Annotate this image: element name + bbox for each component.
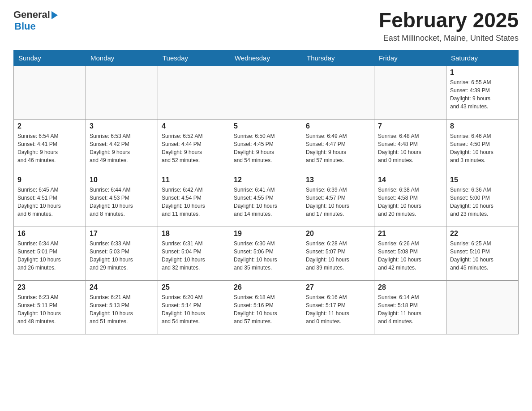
month-title: February 2025 — [379, 9, 519, 32]
day-number: 2 — [17, 122, 82, 130]
day-number: 23 — [17, 283, 82, 291]
calendar-cell: 5Sunrise: 6:50 AM Sunset: 4:45 PM Daylig… — [230, 119, 302, 173]
day-number: 17 — [90, 230, 154, 238]
day-info: Sunrise: 6:49 AM Sunset: 4:47 PM Dayligh… — [306, 132, 370, 164]
location-subtitle: East Millinocket, Maine, United States — [379, 34, 519, 43]
calendar-cell — [86, 65, 158, 119]
day-info: Sunrise: 6:28 AM Sunset: 5:07 PM Dayligh… — [306, 240, 370, 272]
calendar-cell — [14, 65, 86, 119]
calendar-cell: 3Sunrise: 6:53 AM Sunset: 4:42 PM Daylig… — [86, 119, 158, 173]
day-info: Sunrise: 6:48 AM Sunset: 4:48 PM Dayligh… — [378, 132, 442, 164]
day-info: Sunrise: 6:44 AM Sunset: 4:53 PM Dayligh… — [90, 186, 154, 218]
calendar-cell: 14Sunrise: 6:38 AM Sunset: 4:58 PM Dayli… — [374, 173, 446, 227]
weekday-header-friday: Friday — [374, 50, 446, 65]
calendar-cell: 28Sunrise: 6:14 AM Sunset: 5:18 PM Dayli… — [374, 280, 446, 334]
day-number: 7 — [378, 122, 442, 130]
day-info: Sunrise: 6:23 AM Sunset: 5:11 PM Dayligh… — [17, 293, 82, 325]
calendar-week-row: 16Sunrise: 6:34 AM Sunset: 5:01 PM Dayli… — [14, 227, 519, 280]
calendar-cell: 16Sunrise: 6:34 AM Sunset: 5:01 PM Dayli… — [14, 227, 86, 280]
day-info: Sunrise: 6:52 AM Sunset: 4:44 PM Dayligh… — [162, 132, 226, 164]
title-block: February 2025 East Millinocket, Maine, U… — [379, 9, 519, 43]
day-info: Sunrise: 6:18 AM Sunset: 5:16 PM Dayligh… — [234, 293, 298, 325]
day-number: 11 — [162, 176, 226, 184]
day-info: Sunrise: 6:53 AM Sunset: 4:42 PM Dayligh… — [90, 132, 154, 164]
day-number: 19 — [234, 230, 298, 238]
calendar-cell: 10Sunrise: 6:44 AM Sunset: 4:53 PM Dayli… — [86, 173, 158, 227]
day-info: Sunrise: 6:50 AM Sunset: 4:45 PM Dayligh… — [234, 132, 298, 164]
calendar-week-row: 1Sunrise: 6:55 AM Sunset: 4:39 PM Daylig… — [14, 65, 519, 119]
calendar-cell — [302, 65, 374, 119]
day-info: Sunrise: 6:36 AM Sunset: 5:00 PM Dayligh… — [450, 186, 515, 218]
logo: General Blue — [13, 9, 58, 32]
day-number: 5 — [234, 122, 298, 130]
calendar-cell: 11Sunrise: 6:42 AM Sunset: 4:54 PM Dayli… — [158, 173, 230, 227]
calendar-cell — [446, 280, 519, 334]
day-info: Sunrise: 6:25 AM Sunset: 5:10 PM Dayligh… — [450, 240, 515, 272]
calendar-cell: 8Sunrise: 6:46 AM Sunset: 4:50 PM Daylig… — [446, 119, 519, 173]
logo-blue-text: Blue — [14, 21, 36, 32]
day-info: Sunrise: 6:55 AM Sunset: 4:39 PM Dayligh… — [450, 78, 515, 111]
calendar-cell: 1Sunrise: 6:55 AM Sunset: 4:39 PM Daylig… — [446, 65, 519, 119]
calendar-cell: 18Sunrise: 6:31 AM Sunset: 5:04 PM Dayli… — [158, 227, 230, 280]
weekday-header-sunday: Sunday — [14, 50, 86, 65]
calendar-cell: 20Sunrise: 6:28 AM Sunset: 5:07 PM Dayli… — [302, 227, 374, 280]
calendar-cell: 6Sunrise: 6:49 AM Sunset: 4:47 PM Daylig… — [302, 119, 374, 173]
day-info: Sunrise: 6:54 AM Sunset: 4:41 PM Dayligh… — [17, 132, 82, 164]
day-number: 12 — [234, 176, 298, 184]
day-number: 24 — [90, 283, 154, 291]
day-number: 20 — [306, 230, 370, 238]
weekday-header-tuesday: Tuesday — [158, 50, 230, 65]
day-number: 1 — [450, 68, 515, 77]
day-info: Sunrise: 6:42 AM Sunset: 4:54 PM Dayligh… — [162, 186, 226, 218]
day-info: Sunrise: 6:39 AM Sunset: 4:57 PM Dayligh… — [306, 186, 370, 218]
day-info: Sunrise: 6:41 AM Sunset: 4:55 PM Dayligh… — [234, 186, 298, 218]
day-number: 8 — [450, 122, 515, 130]
day-info: Sunrise: 6:14 AM Sunset: 5:18 PM Dayligh… — [378, 293, 442, 325]
logo-general-text: General — [13, 9, 50, 21]
day-number: 14 — [378, 176, 442, 184]
calendar-cell: 17Sunrise: 6:33 AM Sunset: 5:03 PM Dayli… — [86, 227, 158, 280]
day-info: Sunrise: 6:33 AM Sunset: 5:03 PM Dayligh… — [90, 240, 154, 272]
calendar-cell: 24Sunrise: 6:21 AM Sunset: 5:13 PM Dayli… — [86, 280, 158, 334]
day-number: 18 — [162, 230, 226, 238]
day-number: 21 — [378, 230, 442, 238]
day-number: 9 — [17, 176, 82, 184]
calendar-cell — [230, 65, 302, 119]
day-info: Sunrise: 6:30 AM Sunset: 5:06 PM Dayligh… — [234, 240, 298, 272]
calendar-cell — [158, 65, 230, 119]
day-info: Sunrise: 6:26 AM Sunset: 5:08 PM Dayligh… — [378, 240, 442, 272]
calendar-cell: 23Sunrise: 6:23 AM Sunset: 5:11 PM Dayli… — [14, 280, 86, 334]
day-number: 6 — [306, 122, 370, 130]
day-number: 25 — [162, 283, 226, 291]
weekday-header-monday: Monday — [86, 50, 158, 65]
day-info: Sunrise: 6:38 AM Sunset: 4:58 PM Dayligh… — [378, 186, 442, 218]
calendar-cell: 4Sunrise: 6:52 AM Sunset: 4:44 PM Daylig… — [158, 119, 230, 173]
day-info: Sunrise: 6:31 AM Sunset: 5:04 PM Dayligh… — [162, 240, 226, 272]
day-number: 4 — [162, 122, 226, 130]
calendar-week-row: 2Sunrise: 6:54 AM Sunset: 4:41 PM Daylig… — [14, 119, 519, 173]
calendar-cell: 27Sunrise: 6:16 AM Sunset: 5:17 PM Dayli… — [302, 280, 374, 334]
weekday-header-row: SundayMondayTuesdayWednesdayThursdayFrid… — [14, 50, 519, 65]
logo-arrow-icon — [51, 11, 58, 19]
day-info: Sunrise: 6:34 AM Sunset: 5:01 PM Dayligh… — [17, 240, 82, 272]
day-number: 22 — [450, 230, 515, 238]
day-info: Sunrise: 6:16 AM Sunset: 5:17 PM Dayligh… — [306, 293, 370, 325]
calendar-table: SundayMondayTuesdayWednesdayThursdayFrid… — [13, 50, 519, 334]
calendar-week-row: 23Sunrise: 6:23 AM Sunset: 5:11 PM Dayli… — [14, 280, 519, 334]
weekday-header-saturday: Saturday — [446, 50, 519, 65]
day-info: Sunrise: 6:46 AM Sunset: 4:50 PM Dayligh… — [450, 132, 515, 164]
calendar-cell — [374, 65, 446, 119]
weekday-header-wednesday: Wednesday — [230, 50, 302, 65]
weekday-header-thursday: Thursday — [302, 50, 374, 65]
calendar-cell: 2Sunrise: 6:54 AM Sunset: 4:41 PM Daylig… — [14, 119, 86, 173]
calendar-week-row: 9Sunrise: 6:45 AM Sunset: 4:51 PM Daylig… — [14, 173, 519, 227]
calendar-cell: 25Sunrise: 6:20 AM Sunset: 5:14 PM Dayli… — [158, 280, 230, 334]
day-info: Sunrise: 6:21 AM Sunset: 5:13 PM Dayligh… — [90, 293, 154, 325]
day-number: 13 — [306, 176, 370, 184]
day-number: 27 — [306, 283, 370, 291]
day-number: 3 — [90, 122, 154, 130]
day-info: Sunrise: 6:20 AM Sunset: 5:14 PM Dayligh… — [162, 293, 226, 325]
calendar-cell: 15Sunrise: 6:36 AM Sunset: 5:00 PM Dayli… — [446, 173, 519, 227]
page-header: General Blue February 2025 East Millinoc… — [13, 9, 519, 43]
calendar-cell: 22Sunrise: 6:25 AM Sunset: 5:10 PM Dayli… — [446, 227, 519, 280]
